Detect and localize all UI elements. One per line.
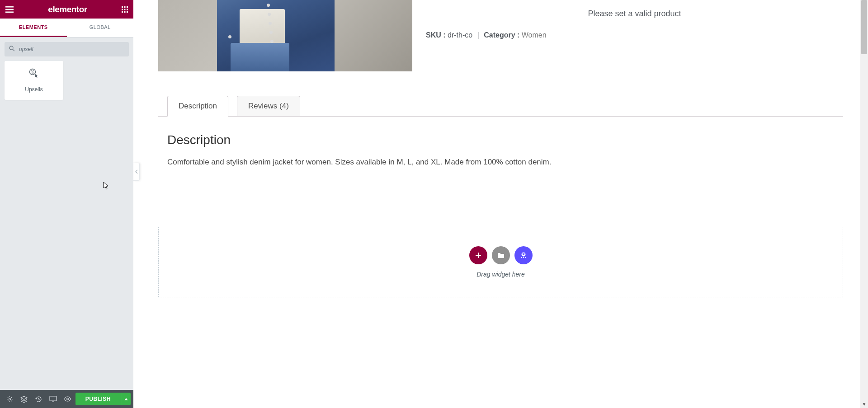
tab-reviews[interactable]: Reviews (4) bbox=[237, 96, 300, 116]
svg-rect-14 bbox=[50, 396, 57, 401]
widget-label: Upsells bbox=[25, 86, 42, 93]
sidebar-tabs: ELEMENTS GLOBAL bbox=[0, 19, 133, 38]
apps-grid-icon[interactable] bbox=[122, 6, 128, 13]
category-label: Category : bbox=[484, 31, 519, 39]
mouse-cursor bbox=[103, 182, 109, 192]
product-info: Please set a valid product SKU : dr-th-c… bbox=[426, 0, 843, 39]
add-section-button[interactable] bbox=[469, 246, 487, 264]
tabs-nav: Description Reviews (4) bbox=[158, 96, 843, 117]
editor-canvas: Please set a valid product SKU : dr-th-c… bbox=[133, 0, 868, 408]
elementor-logo: elementor bbox=[48, 5, 87, 14]
product-meta: SKU : dr-th-co | Category : Women bbox=[426, 31, 843, 39]
widget-search bbox=[5, 42, 129, 56]
scroll-down-arrow[interactable]: ▼ bbox=[860, 400, 868, 408]
template-library-button[interactable] bbox=[492, 246, 510, 264]
history-icon[interactable] bbox=[32, 392, 45, 406]
sidebar-header: elementor bbox=[0, 0, 133, 19]
ai-button[interactable] bbox=[514, 246, 533, 264]
product-image[interactable] bbox=[158, 0, 412, 71]
svg-rect-2 bbox=[127, 6, 128, 8]
settings-icon[interactable] bbox=[3, 392, 16, 406]
sku-label: SKU : bbox=[426, 31, 446, 39]
description-panel: Description Comfortable and stylish deni… bbox=[158, 117, 843, 177]
canvas-scrollbar[interactable]: ▲ ▼ bbox=[860, 0, 868, 408]
svg-point-17 bbox=[523, 253, 524, 255]
publish-options-caret[interactable] bbox=[121, 393, 131, 405]
svg-rect-0 bbox=[122, 6, 123, 8]
preview-icon[interactable] bbox=[61, 392, 75, 406]
svg-rect-5 bbox=[127, 9, 128, 10]
svg-rect-8 bbox=[127, 11, 128, 13]
widget-upsells[interactable]: $ Upsells bbox=[5, 61, 63, 100]
description-text: Comfortable and stylish denim jacket for… bbox=[167, 156, 834, 168]
upsells-icon: $ bbox=[28, 68, 40, 81]
svg-rect-1 bbox=[124, 6, 126, 8]
svg-point-13 bbox=[9, 398, 10, 400]
svg-rect-3 bbox=[122, 9, 123, 10]
search-icon bbox=[9, 45, 15, 53]
svg-point-15 bbox=[67, 398, 69, 400]
dropzone-text: Drag widget here bbox=[476, 271, 525, 278]
tab-elements[interactable]: ELEMENTS bbox=[0, 19, 67, 37]
publish-group: PUBLISH bbox=[75, 393, 131, 405]
dropzone-buttons bbox=[469, 246, 533, 264]
responsive-icon[interactable] bbox=[47, 392, 60, 406]
tab-global[interactable]: GLOBAL bbox=[67, 19, 134, 37]
product-notice: Please set a valid product bbox=[426, 9, 843, 19]
navigator-icon[interactable] bbox=[17, 392, 31, 406]
product-tabs: Description Reviews (4) Description Comf… bbox=[158, 96, 843, 177]
scrollbar-thumb[interactable] bbox=[861, 0, 867, 54]
meta-separator: | bbox=[477, 31, 479, 39]
menu-icon[interactable] bbox=[5, 6, 14, 13]
widgets-list: $ Upsells bbox=[0, 61, 133, 100]
search-input[interactable] bbox=[5, 42, 129, 56]
svg-point-20 bbox=[524, 257, 525, 258]
publish-button[interactable]: PUBLISH bbox=[75, 393, 121, 405]
svg-rect-4 bbox=[124, 9, 126, 10]
description-heading: Description bbox=[167, 133, 834, 147]
product-hero: Please set a valid product SKU : dr-th-c… bbox=[158, 0, 843, 71]
category-link[interactable]: Women bbox=[522, 31, 547, 39]
elementor-sidebar: elementor ELEMENTS GLOBAL $ Upsells bbox=[0, 0, 133, 408]
svg-rect-7 bbox=[124, 11, 126, 13]
svg-line-10 bbox=[13, 49, 14, 51]
sidebar-footer: PUBLISH bbox=[0, 390, 133, 408]
tab-description[interactable]: Description bbox=[167, 96, 228, 117]
svg-point-19 bbox=[523, 257, 524, 258]
svg-rect-6 bbox=[122, 11, 123, 13]
sku-value: dr-th-co bbox=[448, 31, 472, 39]
add-section-dropzone[interactable]: Drag widget here bbox=[158, 227, 843, 297]
svg-point-18 bbox=[521, 257, 522, 258]
svg-point-9 bbox=[9, 46, 13, 50]
